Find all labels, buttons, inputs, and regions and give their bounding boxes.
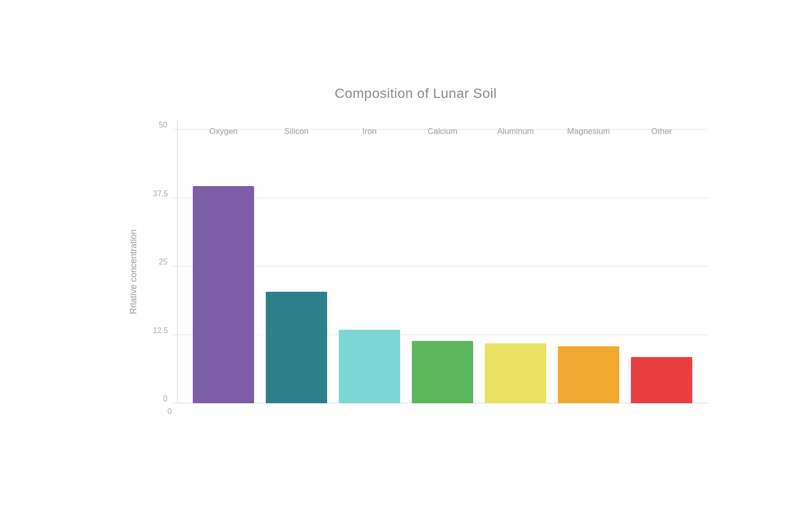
bar-iron[interactable]	[339, 330, 400, 403]
y-tick-label: 0	[153, 395, 172, 403]
y-tick-label: 50	[153, 121, 172, 130]
bar-silicon[interactable]	[266, 292, 327, 403]
y-tick-label: 37.5	[153, 189, 172, 198]
chart-container: Composition of Lunar Soil Rrlative conce…	[65, 56, 747, 471]
zero-label: 0	[167, 407, 172, 416]
bar-magnesium[interactable]	[558, 346, 619, 403]
bar-group	[552, 121, 625, 403]
bar-group	[187, 121, 260, 403]
y-axis-label: Rrlative concentration	[124, 121, 143, 423]
plot-area: 50 37.5 25 12.5 0 0 OxygenSiliconIronCal…	[153, 121, 708, 423]
bar-group	[479, 121, 552, 403]
bar-oxygen[interactable]	[193, 186, 254, 403]
bar-aluminum[interactable]	[485, 343, 546, 403]
bar-calcium[interactable]	[412, 341, 473, 403]
bar-group	[406, 121, 479, 403]
bar-group	[260, 121, 333, 403]
bar-group	[333, 121, 406, 403]
bar-other[interactable]	[631, 357, 692, 403]
chart-title: Composition of Lunar Soil	[124, 86, 708, 101]
y-tick-label: 25	[153, 258, 172, 266]
chart-area: Rrlative concentration 50 37.5 25 12.5 0…	[124, 121, 708, 423]
bars-wrapper	[177, 121, 708, 403]
y-tick-label: 12.5	[153, 326, 172, 335]
bar-group	[625, 121, 698, 403]
